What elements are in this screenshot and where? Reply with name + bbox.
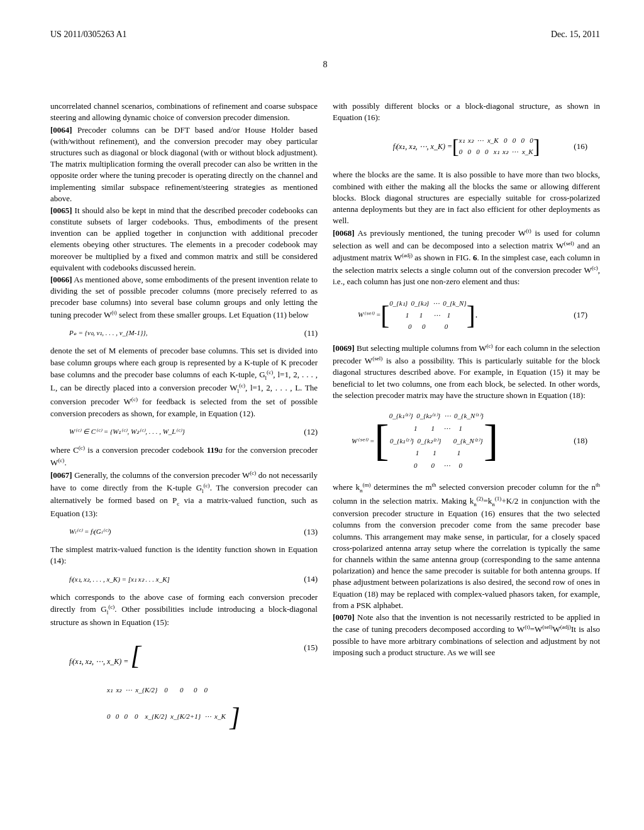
para-post-eq18: where kn(m) determines the mth selected … [333, 481, 600, 611]
left-column: uncorrelated channel scenarios, combinat… [50, 101, 318, 744]
para-label: [0065] [50, 206, 72, 215]
para-post-eq16: where the blocks are the same. It is als… [333, 169, 600, 226]
equation-number: (17) [574, 309, 587, 321]
para-label: [0066] [50, 275, 72, 284]
para-label: [0069] [333, 344, 355, 353]
para-post-eq14: which corresponds to the above case of f… [50, 592, 318, 628]
equation-number: (12) [304, 426, 318, 437]
publication-date: Dec. 15, 2011 [551, 28, 600, 41]
para-0064: [0064] Precoder columns can be DFT based… [50, 124, 318, 204]
equation-13: Wₗ⁽ᶜ⁾ = fₗ(Gₗ⁽ᶜ⁾) (13) [69, 527, 318, 536]
para-continuation: uncorrelated channel scenarios, combinat… [50, 101, 318, 123]
para-label: [0064] [50, 125, 72, 135]
equation-17: (17) W⁽ˢᵉˡ⁾ = [ 0_{k₁} 0_{k₂} ⋯ 0_{k_N} … [333, 297, 600, 334]
para-continuation: with possibly different blocks or a bloc… [333, 101, 600, 123]
para-0067: [0067] Generally, the columns of the con… [50, 469, 318, 519]
page-header: US 2011/0305263 A1 Dec. 15, 2011 [50, 28, 600, 41]
equation-number: (14) [304, 573, 318, 585]
page-number: 8 [50, 58, 600, 71]
para-label: [0067] [50, 471, 72, 480]
equation-12: W⁽ᶜ⁾ ∈ C⁽ᶜ⁾ = {W₁⁽ᶜ⁾, W₂⁽ᶜ⁾, . . . , W_L… [69, 427, 318, 436]
equation-14: fₗ(x₁, x₂, . . . , x_K) = [x₁ x₂ . . . x… [69, 575, 318, 584]
para-post-eq13: The simplest matrix-valued function is t… [50, 544, 318, 567]
right-column: with possibly different blocks or a bloc… [333, 101, 600, 744]
para-0069: [0069] But selecting multiple columns fr… [333, 342, 600, 401]
equation-number: (13) [304, 526, 318, 538]
equation-16: (16) fₗ(x₁, x₂, ⋯, x_K) = [ x₁ x₂ ⋯ x_K … [333, 133, 600, 161]
equation-number: (18) [574, 435, 587, 446]
para-0068: [0068] As previously mentioned, the tuni… [333, 227, 600, 287]
para-label: [0070] [333, 612, 355, 622]
content-columns: uncorrelated channel scenarios, combinat… [50, 101, 600, 744]
publication-number: US 2011/0305263 A1 [50, 28, 127, 41]
equation-11: Pₑ = {v₀, v₁, . . . , v_{M-1}}, (11) [69, 328, 318, 338]
equation-18: (18) W⁽ˢᵉˡ⁾ = [ 0_{k₁⁽¹⁾} 0_{k₂⁽¹⁾} ⋯ 0_… [333, 410, 600, 472]
para-0066: [0066] As mentioned above, some embodime… [50, 274, 318, 321]
para-0065: [0065] It should also be kept in mind th… [50, 205, 318, 274]
equation-15: (15) fₗ(x₁, x₂, ⋯, x_K) = [ x₁ x₂ ⋯ x_{K… [69, 637, 318, 736]
equation-number: (11) [304, 328, 318, 339]
equation-number: (15) [304, 642, 318, 653]
para-label: [0068] [333, 229, 355, 238]
para-post-eq11: denote the set of M elements of precoder… [50, 345, 318, 419]
para-post-eq12: where C(c) is a conversion precoder code… [50, 444, 318, 468]
para-0070: [0070] Note also that the invention is n… [333, 612, 600, 658]
equation-number: (16) [574, 141, 587, 152]
